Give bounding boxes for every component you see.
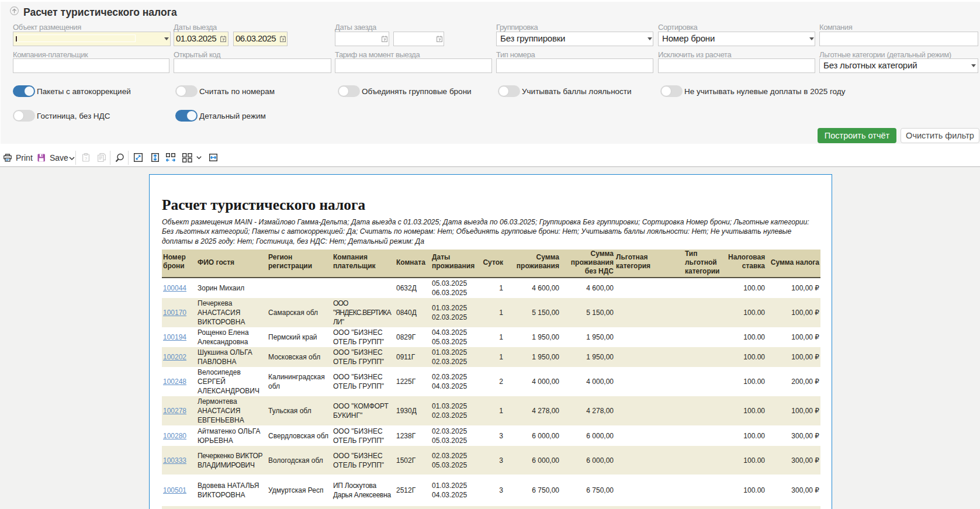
- svg-text:?: ?: [85, 156, 88, 161]
